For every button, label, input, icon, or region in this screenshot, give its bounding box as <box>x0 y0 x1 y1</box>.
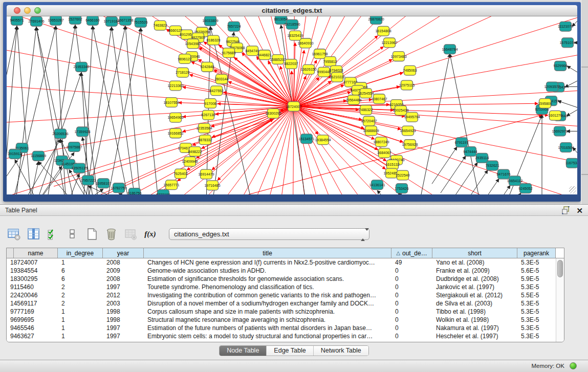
network-node[interactable]: 8733190 <box>156 190 170 194</box>
network-node[interactable]: 11156869 <box>31 151 46 161</box>
network-node[interactable]: 2718126 <box>176 68 189 77</box>
network-node[interactable]: 19716485 <box>204 181 220 190</box>
network-node[interactable]: 18807249 <box>373 137 389 147</box>
network-node[interactable]: 16648784 <box>442 45 458 54</box>
network-node[interactable]: 10688609 <box>363 126 379 136</box>
network-node[interactable]: 11121070 <box>558 21 573 31</box>
network-node[interactable]: 9405571 <box>10 16 24 25</box>
network-node[interactable]: 3684067 <box>377 148 391 158</box>
table-row[interactable]: 911546021997Tourette syndrome. Phenomeno… <box>7 283 556 291</box>
network-node[interactable]: 2803144 <box>214 74 228 84</box>
network-node[interactable]: 27691406 <box>28 16 44 26</box>
column-header-in_degree[interactable]: in_degree <box>58 248 103 258</box>
network-node[interactable]: 10543982 <box>185 39 201 49</box>
function-builder-icon[interactable]: f(x) <box>143 227 157 241</box>
network-node[interactable]: 7625402 <box>173 169 187 179</box>
float-panel-icon[interactable] <box>562 206 571 214</box>
row-cells-icon[interactable] <box>66 227 79 241</box>
network-node[interactable]: 1595800 <box>538 99 552 108</box>
network-node[interactable]: 7955812 <box>323 57 337 67</box>
network-node[interactable]: 8186328 <box>206 35 220 45</box>
tab-network-table[interactable]: Network Table <box>314 346 368 356</box>
network-node[interactable]: 12353584 <box>196 123 212 133</box>
network-node[interactable]: 17957223 <box>80 176 96 185</box>
scrollbar-thumb[interactable] <box>557 260 563 277</box>
table-scrollbar[interactable] <box>556 258 564 342</box>
delete-table-icon-disabled[interactable] <box>124 227 138 241</box>
network-node[interactable]: 2522540 <box>396 170 409 180</box>
network-node[interactable]: 23564486 <box>345 95 361 105</box>
network-node[interactable]: 8822037 <box>284 59 298 69</box>
network-node[interactable]: 16782759 <box>111 183 126 193</box>
network-node[interactable]: 26876820 <box>368 16 384 24</box>
close-panel-icon[interactable]: ✕ <box>576 207 583 214</box>
column-visibility-icon[interactable] <box>27 227 40 241</box>
network-node[interactable]: 17359928 <box>74 127 90 137</box>
network-node[interactable]: 20206536 <box>52 129 68 139</box>
network-node[interactable]: 17016504 <box>558 143 574 152</box>
network-node[interactable]: 1167534 <box>565 158 577 168</box>
column-header-name[interactable]: name <box>14 248 58 258</box>
network-node[interactable]: 1753426 <box>395 184 408 193</box>
network-window-titlebar[interactable]: citations_edges.txt <box>7 5 577 16</box>
network-node[interactable]: 16033809 <box>202 16 218 26</box>
network-node[interactable]: 19495794 <box>404 112 420 122</box>
column-header-title[interactable]: title <box>144 248 391 258</box>
network-node[interactable]: 15885200 <box>270 55 286 64</box>
table-selector-dropdown[interactable]: citations_edges.txt <box>169 228 369 240</box>
network-node[interactable]: 15657771 <box>163 180 179 190</box>
new-column-icon[interactable] <box>85 227 99 241</box>
network-node[interactable]: 8267130 <box>201 110 215 120</box>
network-node[interactable]: 10653287 <box>48 16 63 25</box>
network-node[interactable]: 9245052 <box>518 184 532 193</box>
network-node[interactable]: 14136141 <box>369 180 385 190</box>
network-node[interactable]: 7486322 <box>359 105 373 115</box>
network-node[interactable]: 15134571 <box>298 134 314 144</box>
network-node[interactable]: 1527602 <box>68 16 82 24</box>
network-node[interactable]: 9329966 <box>553 61 567 71</box>
network-node[interactable]: 18325419 <box>287 31 303 40</box>
network-node[interactable]: 15654923 <box>400 126 416 136</box>
network-node[interactable]: 9186756 <box>127 188 141 194</box>
network-node[interactable]: 7857224 <box>227 21 241 31</box>
network-node[interactable]: 18107554 <box>163 98 179 107</box>
network-node[interactable]: 16671358 <box>117 16 133 25</box>
network-node[interactable]: 8878332 <box>198 135 212 145</box>
network-node[interactable]: 19384554 <box>315 135 331 145</box>
network-node[interactable]: 917008 <box>204 99 216 108</box>
table-row[interactable]: 977716911998Corpus callosum shape and si… <box>7 308 556 316</box>
network-node[interactable]: 12213967 <box>381 38 397 48</box>
network-node[interactable]: 15751074 <box>559 38 575 48</box>
network-node[interactable]: 7463822 <box>153 20 167 30</box>
network-node[interactable]: 1615132 <box>385 160 399 169</box>
network-node[interactable]: 6466160 <box>85 16 99 25</box>
network-node[interactable]: 9896122 <box>178 54 191 64</box>
network-node[interactable]: 7515526 <box>134 17 147 27</box>
network-node[interactable]: 9474444 <box>463 147 477 157</box>
network-node[interactable]: 13505135 <box>71 163 87 173</box>
network-node[interactable]: 8471676 <box>496 169 510 179</box>
table-row[interactable]: 1872400712008Changes of HCN gene express… <box>7 258 556 267</box>
delete-columns-icon[interactable] <box>104 227 118 241</box>
network-node[interactable]: 18724007 <box>286 102 301 112</box>
table-row[interactable]: 1938455462009Genome-wide association stu… <box>7 267 556 275</box>
network-node[interactable]: 21953346 <box>73 62 89 72</box>
window-resize-grip[interactable] <box>569 186 576 193</box>
network-node[interactable]: 12975115 <box>399 80 415 90</box>
tab-edge-table[interactable]: Edge Table <box>267 346 313 356</box>
network-node[interactable]: 9175685 <box>222 48 235 58</box>
network-node[interactable]: 16914479 <box>198 169 214 179</box>
table-row[interactable]: 1830029562008Estimation of significance … <box>7 275 556 283</box>
network-node[interactable]: 12213363 <box>167 81 183 91</box>
network-node[interactable]: 16210220 <box>329 72 345 82</box>
network-node[interactable]: 19756928 <box>402 140 418 149</box>
network-node[interactable]: 7932621 <box>485 161 499 170</box>
network-node[interactable]: 10807467 <box>371 94 387 104</box>
network-node[interactable]: 10973483 <box>390 52 406 61</box>
column-header-out_de…[interactable]: △out_de… <box>391 248 432 258</box>
table-row[interactable]: 969969511998Structural magnetic resonanc… <box>7 316 556 324</box>
column-header-year[interactable]: year <box>103 248 144 258</box>
network-node[interactable]: 7485063 <box>403 65 417 75</box>
network-node[interactable]: 16958107 <box>95 179 111 188</box>
table-row[interactable]: 946362711997Embryonic stem cells: a mode… <box>7 332 556 340</box>
